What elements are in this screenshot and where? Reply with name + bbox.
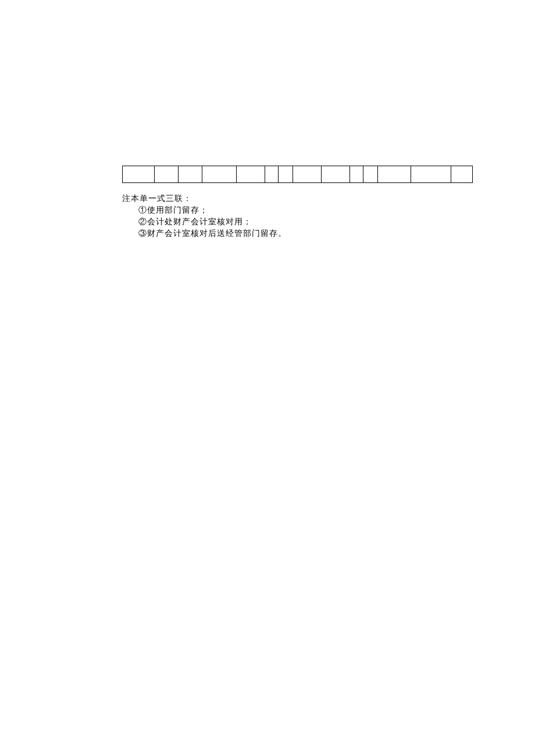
- notes-block: 注本单一式三联： ①使用部门留存； ②会计处财产会计室核对用； ③财产会计室核对…: [122, 193, 287, 239]
- table-cell: [451, 166, 473, 183]
- table-cell: [202, 166, 237, 183]
- form-table-wrap: [122, 166, 473, 183]
- table-cell: [411, 166, 451, 183]
- notes-item: ③财产会计室核对后送经管部门留存。: [122, 228, 287, 239]
- notes-item: ②会计处财产会计室核对用；: [122, 216, 287, 228]
- table-cell: [322, 166, 350, 183]
- table-cell: [155, 166, 179, 183]
- table-cell: [179, 166, 202, 183]
- table-cell: [279, 166, 293, 183]
- table-cell: [265, 166, 279, 183]
- table-row: [123, 166, 473, 183]
- table-cell: [123, 166, 155, 183]
- table-cell: [363, 166, 378, 183]
- notes-heading: 注本单一式三联：: [122, 193, 287, 205]
- notes-item: ①使用部门留存；: [122, 205, 287, 216]
- form-table: [122, 166, 473, 183]
- table-cell: [378, 166, 411, 183]
- table-cell: [237, 166, 265, 183]
- page: 注本单一式三联： ①使用部门留存； ②会计处财产会计室核对用； ③财产会计室核对…: [0, 0, 535, 756]
- table-cell: [350, 166, 363, 183]
- table-cell: [293, 166, 322, 183]
